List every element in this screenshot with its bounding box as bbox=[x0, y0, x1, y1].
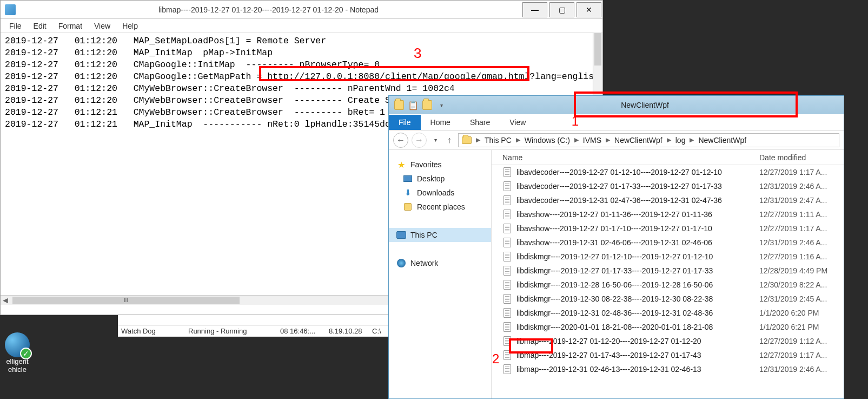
file-list-header: Name Date modified bbox=[492, 150, 844, 165]
breadcrumb[interactable]: ▶ This PC ▶ Windows (C:) ▶ IVMS ▶ NewCli… bbox=[458, 133, 839, 147]
breadcrumb-item[interactable]: NewClientWpf bbox=[698, 136, 746, 145]
file-name: libavdecoder----2019-12-27 01-12-10----2… bbox=[516, 168, 759, 176]
desktop-icon bbox=[403, 174, 413, 184]
file-date: 12/31/2019 2:45 A... bbox=[759, 295, 844, 303]
tab-home[interactable]: Home bbox=[421, 115, 460, 130]
file-name: libdiskmgr----2019-12-28 16-50-06----201… bbox=[516, 280, 759, 289]
nav-favorites[interactable]: ★Favorites bbox=[389, 158, 491, 172]
close-button[interactable]: ✕ bbox=[577, 2, 601, 17]
explorer-address-bar: ← → ▾ ↑ ▶ This PC ▶ Windows (C:) ▶ IVMS … bbox=[389, 130, 844, 150]
service-time: 08 16:46:... bbox=[280, 327, 329, 335]
history-dropdown[interactable]: ▾ bbox=[430, 133, 441, 148]
text-file-icon bbox=[502, 294, 512, 304]
file-date: 12/31/2019 2:46 A... bbox=[759, 365, 844, 374]
menu-file[interactable]: File bbox=[4, 21, 27, 31]
dropdown-icon[interactable]: ▾ bbox=[436, 100, 446, 110]
file-row[interactable]: libavdecoder----2019-12-31 02-47-36----2… bbox=[492, 193, 844, 207]
file-name: libavdecoder----2019-12-27 01-17-33----2… bbox=[516, 182, 759, 191]
nav-desktop[interactable]: Desktop bbox=[389, 172, 491, 186]
notepad-titlebar[interactable]: libmap----2019-12-27 01-12-20----2019-12… bbox=[1, 1, 602, 19]
text-file-icon bbox=[502, 238, 512, 247]
nav-network[interactable]: Network bbox=[389, 256, 491, 270]
service-version: 8.19.10.28 bbox=[329, 327, 372, 335]
computer-icon bbox=[396, 230, 406, 240]
chevron-right-icon: ▶ bbox=[687, 136, 696, 143]
network-icon bbox=[396, 258, 406, 268]
maximize-button[interactable]: ▢ bbox=[549, 2, 574, 17]
nav-recent[interactable]: Recent places bbox=[389, 200, 491, 214]
download-icon: ⬇ bbox=[403, 188, 413, 198]
text-file-icon bbox=[502, 210, 512, 219]
breadcrumb-item[interactable]: Windows (C:) bbox=[525, 136, 570, 145]
folder-small-icon[interactable] bbox=[422, 100, 432, 110]
back-button[interactable]: ← bbox=[393, 133, 408, 148]
file-row[interactable]: libdiskmgr----2019-12-31 02-48-36----201… bbox=[492, 306, 844, 320]
file-name: libavdecoder----2019-12-31 02-47-36----2… bbox=[516, 196, 759, 205]
file-name: libdiskmgr----2019-12-31 02-48-36----201… bbox=[516, 309, 759, 317]
annotation-3: 3 bbox=[414, 45, 421, 62]
file-row[interactable]: libdiskmgr----2019-12-27 01-12-10----201… bbox=[492, 250, 844, 264]
column-name[interactable]: Name bbox=[492, 153, 759, 162]
file-name: libmap----2019-12-31 02-46-13----2019-12… bbox=[516, 365, 759, 374]
up-button[interactable]: ↑ bbox=[444, 133, 455, 148]
file-row[interactable]: libmap----2019-12-27 01-17-43----2019-12… bbox=[492, 348, 844, 362]
file-date: 12/27/2019 1:17 A... bbox=[759, 351, 844, 359]
file-name: libdiskmgr----2019-12-30 08-22-38----201… bbox=[516, 295, 759, 303]
file-row[interactable]: libavdecoder----2019-12-27 01-17-33----2… bbox=[492, 179, 844, 193]
breadcrumb-item[interactable]: This PC bbox=[485, 136, 512, 145]
text-file-icon bbox=[502, 195, 512, 205]
menu-format[interactable]: Format bbox=[53, 21, 88, 31]
service-status: Running - Running bbox=[188, 327, 280, 335]
file-row[interactable]: libmap----2019-12-27 01-12-20----2019-12… bbox=[492, 334, 844, 348]
icon-label-2: ehicle bbox=[0, 365, 35, 374]
folder-icon bbox=[394, 100, 404, 110]
column-date[interactable]: Date modified bbox=[759, 153, 844, 162]
forward-button[interactable]: → bbox=[412, 133, 427, 148]
chevron-right-icon: ▶ bbox=[665, 136, 673, 143]
service-path: C:\ bbox=[372, 327, 388, 335]
tab-share[interactable]: Share bbox=[460, 115, 500, 130]
file-row[interactable]: libmap----2019-12-31 02-46-13----2019-12… bbox=[492, 362, 844, 376]
file-row[interactable]: libavdecoder----2019-12-27 01-12-10----2… bbox=[492, 165, 844, 179]
text-file-icon bbox=[502, 224, 512, 233]
file-row[interactable]: libavshow----2019-12-31 02-46-06----2019… bbox=[492, 236, 844, 250]
breadcrumb-item[interactable]: NewClientWpf bbox=[614, 136, 662, 145]
file-date: 12/30/2019 8:22 A... bbox=[759, 280, 844, 289]
notepad-icon bbox=[5, 4, 16, 15]
file-date: 12/31/2019 2:46 A... bbox=[759, 182, 844, 191]
tab-view[interactable]: View bbox=[500, 115, 535, 130]
highlight-box-url bbox=[259, 66, 529, 81]
chevron-right-icon: ▶ bbox=[572, 136, 581, 143]
explorer-titlebar[interactable]: 📋 ▾ NewClientWpf bbox=[389, 96, 844, 114]
text-file-icon bbox=[502, 266, 512, 276]
tab-file[interactable]: File bbox=[389, 115, 421, 130]
properties-icon[interactable]: 📋 bbox=[408, 100, 418, 110]
file-date: 1/1/2020 6:20 PM bbox=[759, 309, 844, 317]
file-row[interactable]: libdiskmgr----2019-12-28 16-50-06----201… bbox=[492, 278, 844, 292]
annotation-1: 1 bbox=[572, 114, 579, 129]
file-row[interactable]: libavshow----2019-12-27 01-17-10----2019… bbox=[492, 221, 844, 236]
recent-icon bbox=[403, 202, 413, 212]
menu-edit[interactable]: Edit bbox=[28, 21, 52, 31]
nav-downloads[interactable]: ⬇Downloads bbox=[389, 186, 491, 200]
breadcrumb-item[interactable]: IVMS bbox=[583, 136, 601, 145]
file-row[interactable]: libavshow----2019-12-27 01-11-36----2019… bbox=[492, 207, 844, 221]
file-name: libmap----2019-12-27 01-17-43----2019-12… bbox=[516, 351, 759, 359]
table-row[interactable]: Watch Dog Running - Running 08 16:46:...… bbox=[118, 326, 388, 337]
file-row[interactable]: libdiskmgr----2019-12-27 01-17-33----201… bbox=[492, 264, 844, 278]
minimize-button[interactable]: — bbox=[522, 2, 547, 17]
file-date: 12/31/2019 2:47 A... bbox=[759, 196, 844, 205]
table-row[interactable] bbox=[118, 315, 388, 326]
chevron-right-icon: ▶ bbox=[514, 136, 522, 143]
desktop-shortcut[interactable]: ✓ elligent ehicle bbox=[0, 332, 35, 374]
file-row[interactable]: libdiskmgr----2019-12-30 08-22-38----201… bbox=[492, 292, 844, 306]
menu-help[interactable]: Help bbox=[117, 21, 143, 31]
menu-view[interactable]: View bbox=[89, 21, 116, 31]
file-name: libavshow----2019-12-31 02-46-06----2019… bbox=[516, 238, 759, 247]
nav-thispc[interactable]: This PC bbox=[389, 228, 491, 242]
text-file-icon bbox=[502, 364, 512, 374]
text-file-icon bbox=[502, 322, 512, 332]
breadcrumb-item[interactable]: log bbox=[675, 136, 686, 145]
file-row[interactable]: libdiskmgr----2020-01-01 18-21-08----202… bbox=[492, 320, 844, 334]
annotation-2: 2 bbox=[492, 351, 499, 367]
